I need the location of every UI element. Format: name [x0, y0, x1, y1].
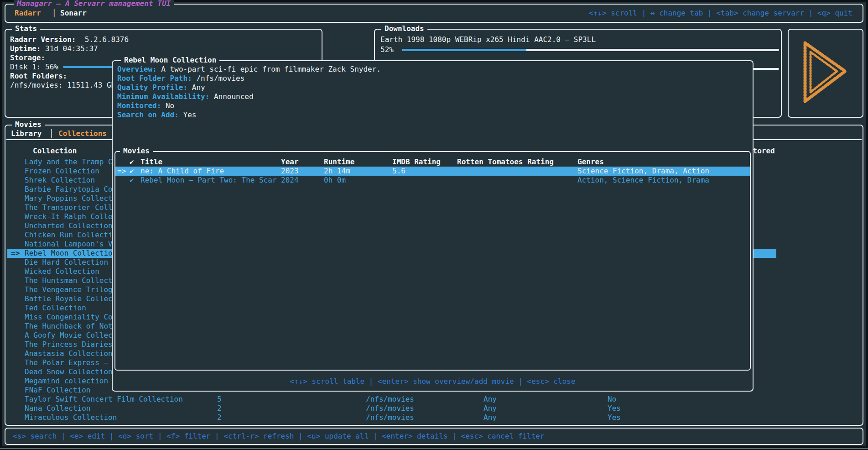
terminal-bottom-line: [0, 448, 868, 449]
modal-field-root-folder: Root Folder Path: /nfs/movies: [117, 74, 244, 83]
quality-profile-label: Quality Profile:: [117, 83, 187, 92]
collection-row[interactable]: Mary Poppins Collecti: [25, 194, 115, 203]
download-item-percent: 52%: [380, 45, 394, 54]
collection-movie-count-cell: 2: [217, 404, 222, 413]
collection-row[interactable]: Wreck-It Ralph Collec: [25, 212, 115, 221]
monitored-label: Monitored:: [117, 101, 161, 110]
collection-movie-count-cell: 5: [217, 395, 222, 404]
collection-row[interactable]: Wicked Collection: [25, 267, 115, 276]
modal-movies-subpanel-title: Movies: [120, 147, 153, 155]
collection-name-cell: Nana Collection: [25, 404, 91, 413]
collection-path-cell: /nfs/movies: [366, 413, 414, 422]
collection-row[interactable]: The Princess Diaries: [25, 340, 115, 349]
quality-profile-value: Any: [192, 83, 205, 92]
modal-footer-keybinds: <↑↓> scroll table | <enter> show overvie…: [113, 377, 753, 386]
tab-radarr[interactable]: Radarr: [15, 9, 41, 18]
stats-panel-title: Stats: [12, 24, 40, 33]
collection-monitored-cell: Yes: [608, 413, 621, 422]
modal-table-header-rt: Rotten Tomatoes Rating: [457, 157, 554, 167]
collection-row[interactable]: The Polar Express – C: [25, 358, 115, 367]
collection-movie-count-cell: 2: [217, 413, 222, 422]
collection-quality-cell: Any: [483, 413, 497, 422]
collection-row[interactable]: A Goofy Movie Collect: [25, 331, 115, 340]
collection-monitored-cell: No: [608, 395, 616, 404]
collection-row[interactable]: The Vengeance Trilogy: [25, 285, 115, 294]
collection-row[interactable]: Shrek Collection: [25, 176, 115, 185]
download-item-title: Earth 1998 1080p WEBRip x265 Hindi AAC2.…: [380, 35, 596, 44]
modal-table-header-imdb: IMDB Rating: [392, 157, 441, 167]
root-folders-label: Root Folders:: [10, 72, 67, 81]
collection-row[interactable]: Dead Snow Collection: [25, 367, 115, 377]
uptime-value: 31d 04:35:37: [45, 44, 98, 53]
header-keybinds: <↑↓> scroll | ↔ change tab | <tab> chang…: [589, 9, 852, 18]
collection-name-cell: Miraculous Collection: [25, 413, 117, 422]
search-on-add-value: Yes: [183, 110, 197, 119]
modal-movie-imdb-cell: 5.6: [392, 167, 405, 176]
modal-field-overview: Overview: A two-part sci-fi epic from fi…: [117, 65, 381, 74]
collection-row[interactable]: Frozen Collection: [25, 167, 115, 176]
modal-selected-row-marker: =>: [117, 167, 126, 176]
collection-row[interactable]: The Huntsman Collecti: [25, 276, 115, 285]
disk-label: Disk 1:: [10, 63, 41, 71]
download-progressbar: [402, 49, 526, 51]
monitored-value: No: [166, 101, 174, 110]
movies-panel-title: Movies: [12, 120, 45, 129]
downloads-panel-title: Downloads: [381, 24, 427, 33]
collection-row[interactable]: Lady and the Tramp Co: [25, 157, 115, 167]
radarr-logo-icon: [791, 37, 860, 110]
modal-table-header-genres: Genres: [577, 157, 604, 167]
modal-field-min-availability: Minimum Availability: Announced: [117, 92, 254, 101]
bottom-bar: <s> search | <e> edit | <o> sort | <f> f…: [5, 428, 863, 445]
modal-movie-title-cell: Rebel Moon – Part Two: The Scar: [140, 176, 277, 185]
modal-movie-year-cell: 2024: [281, 176, 299, 185]
version-label: Radarr Version:: [10, 35, 76, 44]
modal-movie-runtime-cell: 0h 0m: [324, 176, 346, 185]
collection-row[interactable]: The Hunchback of Notr: [25, 322, 115, 331]
collection-quality-cell: Any: [483, 395, 497, 404]
root-folder-value: /nfs/movies: 11511.43 GB: [10, 81, 115, 90]
collection-column-header: Collection: [33, 147, 77, 156]
modal-field-monitored: Monitored: No: [117, 101, 174, 110]
stats-version-line: Radarr Version: 5.2.6.8376: [10, 35, 129, 44]
collection-row[interactable]: Ted Collection: [25, 303, 115, 313]
collection-row[interactable]: Anastasia Collection: [25, 349, 115, 358]
collection-name-cell: Taylor Swift Concert Film Collection: [25, 395, 183, 404]
logo-panel: [788, 29, 863, 118]
modal-table-header-runtime: Runtime: [324, 157, 354, 167]
disk-percent: 56%: [45, 63, 58, 71]
tab-sonarr[interactable]: Sonarr: [60, 9, 87, 18]
collection-row[interactable]: Uncharted Collection: [25, 221, 115, 230]
uptime-label: Uptime:: [10, 44, 41, 53]
managarr-tui-screen: Managarr – A Servarr management TUI Rada…: [0, 0, 868, 450]
collection-row[interactable]: Miss Congeniality Col: [25, 313, 115, 322]
minimum-availability-value: Announced: [214, 92, 254, 101]
collection-quality-cell: Any: [483, 404, 497, 413]
minimum-availability-label: Minimum Availability:: [117, 92, 209, 101]
stats-uptime-line: Uptime: 31d 04:35:37: [10, 44, 98, 53]
tab-library[interactable]: Library: [11, 129, 42, 138]
modal-movie-title-cell: ne: A Child of Fire: [140, 167, 224, 176]
collection-row[interactable]: Die Hard Collection: [25, 258, 115, 267]
collection-row[interactable]: Barbie Fairytopia Col: [25, 185, 115, 194]
modal-field-quality-profile: Quality Profile: Any: [117, 83, 205, 92]
modal-table-header-year: Year: [281, 157, 299, 167]
collection-row[interactable]: FNaF Collection: [25, 386, 115, 395]
modal-movie-check-cell: ✔: [130, 176, 134, 185]
tab-collections[interactable]: Collections: [58, 129, 107, 138]
download2-progress-sliver: [752, 68, 779, 70]
collection-row[interactable]: Megamind collection: [25, 377, 115, 386]
app-title: Managarr – A Servarr management TUI: [14, 0, 174, 8]
modal-movie-row-selected[interactable]: =>✔ne: A Child of Fire20232h 14m5.6Scien…: [115, 167, 750, 176]
collection-row[interactable]: The Transporter Colle: [25, 203, 115, 212]
collection-row[interactable]: Battle Royale Collect: [25, 294, 115, 303]
collection-row[interactable]: Chicken Run Collectio: [25, 230, 115, 240]
collection-row[interactable]: National Lampoon's Va: [25, 240, 115, 249]
root-folder-path-label: Root Folder Path:: [117, 74, 192, 83]
selected-collection-name: Rebel Moon Collection: [25, 249, 117, 258]
servarr-tab-separator: │: [52, 9, 57, 18]
modal-movie-year-cell: 2023: [281, 167, 299, 176]
disk-usage-line: Disk 1: 56%: [10, 63, 58, 72]
modal-movie-check-cell: ✔: [130, 167, 134, 176]
modal-movie-genres-cell: Science Fiction, Drama, Action: [577, 167, 709, 176]
collection-monitored-cell: Yes: [608, 404, 621, 413]
